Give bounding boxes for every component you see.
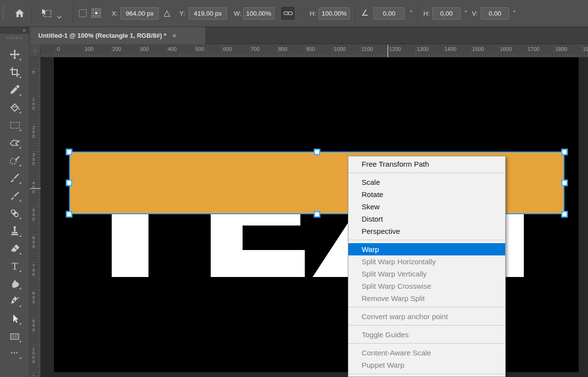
- ruler-major-tick: [29, 345, 41, 345]
- photoshop-window: X: 964,00 px △ Y: 419,00 px W: 100,00% H…: [0, 0, 588, 377]
- crop-tool[interactable]: [8, 66, 21, 78]
- menu-item-skew[interactable]: Skew: [348, 201, 505, 213]
- menu-item-split-warp-crosswise: Split Warp Crosswise: [348, 280, 505, 292]
- transform-handle-top-left[interactable]: [66, 149, 73, 155]
- menu-item-scale[interactable]: Scale: [348, 176, 505, 188]
- more-tools-tool[interactable]: •••: [8, 347, 21, 359]
- ruler-label: 1600: [500, 46, 512, 52]
- ruler-major-tick: [29, 68, 41, 69]
- rectangle-tool[interactable]: [8, 330, 21, 343]
- height-field[interactable]: 100,00%: [318, 7, 350, 20]
- ruler-label: 800: [278, 46, 287, 52]
- document-tab[interactable]: Untitled-1 @ 100% (Rectangle 1, RGB/8#) …: [30, 27, 205, 44]
- transform-handle-top-middle[interactable]: [314, 149, 320, 155]
- ruler-label: 1500: [472, 46, 484, 52]
- ruler-label: 1 0 0 0: [29, 347, 38, 364]
- maintain-aspect-ratio-button[interactable]: [281, 7, 294, 20]
- y-position-field[interactable]: 419,00 px: [189, 7, 227, 20]
- ruler-major-tick: [443, 44, 443, 57]
- transform-handle-middle-right[interactable]: [562, 180, 568, 186]
- vertical-ruler[interactable]: 01 0 02 0 03 0 04 0 05 0 06 0 07 0 08 0 …: [29, 57, 41, 377]
- menu-item-perspective[interactable]: Perspective: [348, 225, 505, 237]
- ruler-major-tick: [29, 124, 41, 124]
- transform-handle-middle-left[interactable]: [66, 180, 73, 186]
- toggle-reference-point-checkbox[interactable]: [79, 9, 87, 17]
- ruler-major-tick: [29, 151, 41, 151]
- ruler-label: 1300: [417, 46, 429, 52]
- ruler-label: 1800: [555, 46, 567, 52]
- rotation-angle-field[interactable]: 0,00: [373, 7, 405, 20]
- menu-item-warp[interactable]: Warp: [348, 243, 505, 255]
- polygonal-lasso-tool[interactable]: [8, 136, 21, 149]
- menu-item-convert-warp-anchor-point: Convert warp anchor point: [348, 310, 505, 323]
- path-select-tool[interactable]: [8, 312, 21, 325]
- healing-tool[interactable]: [8, 207, 21, 220]
- separator: [73, 4, 73, 23]
- options-bar-grip[interactable]: [2, 6, 4, 21]
- transform-handle-top-right[interactable]: [562, 149, 568, 155]
- eyedropper-tool[interactable]: [8, 83, 21, 96]
- ruler-label: 3 0 0: [29, 153, 38, 166]
- transform-tool-icon[interactable]: [40, 7, 53, 21]
- toolbar-grip[interactable]: [6, 37, 23, 39]
- brush-tool[interactable]: [8, 172, 21, 184]
- transform-handle-bottom-right[interactable]: [562, 211, 568, 218]
- eraser-tool[interactable]: [8, 242, 21, 255]
- ruler-label: 700: [251, 46, 260, 52]
- ruler-label: 2 0 0: [29, 126, 38, 139]
- menu-item-distort[interactable]: Distort: [348, 213, 505, 225]
- menu-item-puppet-warp: Puppet Warp: [348, 359, 505, 371]
- home-icon[interactable]: [14, 7, 25, 21]
- ruler-major-tick: [139, 44, 139, 57]
- smudge-tool[interactable]: [8, 277, 21, 290]
- h-skew-label: H:: [423, 10, 430, 17]
- h-skew-field[interactable]: 0,00: [432, 7, 461, 20]
- menu-separator: [348, 343, 505, 344]
- x-position-field[interactable]: 964,00 px: [121, 7, 159, 20]
- transform-handle-bottom-middle[interactable]: [314, 211, 320, 218]
- marquee-tool[interactable]: [8, 119, 21, 131]
- ruler-major-tick: [277, 44, 277, 57]
- height-label: H:: [310, 10, 316, 17]
- menu-item-free-transform-path[interactable]: Free Transform Path: [348, 158, 505, 170]
- width-field[interactable]: 100,00%: [243, 7, 274, 20]
- type-tool[interactable]: T: [8, 260, 21, 273]
- ruler-label: 600: [223, 46, 232, 52]
- collapse-panel-button[interactable]: »: [0, 27, 29, 34]
- toolbar: T•••: [0, 34, 29, 377]
- ruler-major-tick: [471, 44, 471, 57]
- selection-brush-tool[interactable]: [8, 154, 21, 167]
- ruler-major-tick: [166, 44, 167, 57]
- ruler-major-tick: [305, 44, 305, 57]
- delta-icon[interactable]: △: [164, 8, 170, 18]
- ruler-major-tick: [29, 179, 41, 179]
- ruler-major-tick: [29, 206, 41, 207]
- menu-separator: [348, 173, 505, 173]
- menu-item-remove-warp-split: Remove Warp Split: [348, 292, 505, 304]
- paint-bucket-tool[interactable]: [8, 101, 21, 114]
- chevron-down-icon[interactable]: [57, 12, 62, 21]
- ruler-label: 1900: [583, 46, 588, 52]
- pen-tool[interactable]: [8, 295, 21, 307]
- clone-stamp-tool[interactable]: [8, 225, 21, 237]
- reference-point-grid-icon[interactable]: [92, 8, 103, 20]
- ruler-major-tick: [526, 44, 527, 57]
- ruler-label: 100: [85, 46, 94, 52]
- horizontal-ruler[interactable]: 0100200300400500600700800900100011001200…: [41, 44, 588, 57]
- degree-symbol: °: [465, 9, 467, 16]
- mixer-brush-tool[interactable]: [8, 189, 21, 202]
- ruler-origin-box[interactable]: [29, 44, 41, 57]
- ruler-label: 1 1 0 0: [29, 374, 38, 377]
- artwork-letter-E-bottomarm: [211, 250, 305, 277]
- ruler-label: 300: [140, 46, 149, 52]
- ruler-major-tick: [29, 372, 41, 373]
- transform-handle-bottom-left[interactable]: [66, 211, 73, 218]
- close-tab-icon[interactable]: ×: [172, 31, 176, 40]
- degree-symbol: °: [513, 9, 515, 16]
- v-skew-field[interactable]: 0,00: [481, 7, 509, 20]
- menu-item-rotate[interactable]: Rotate: [348, 188, 505, 201]
- ruler-major-tick: [582, 44, 582, 57]
- move-tool[interactable]: [8, 48, 21, 61]
- degree-symbol: °: [410, 9, 412, 16]
- v-skew-label: V:: [472, 10, 478, 17]
